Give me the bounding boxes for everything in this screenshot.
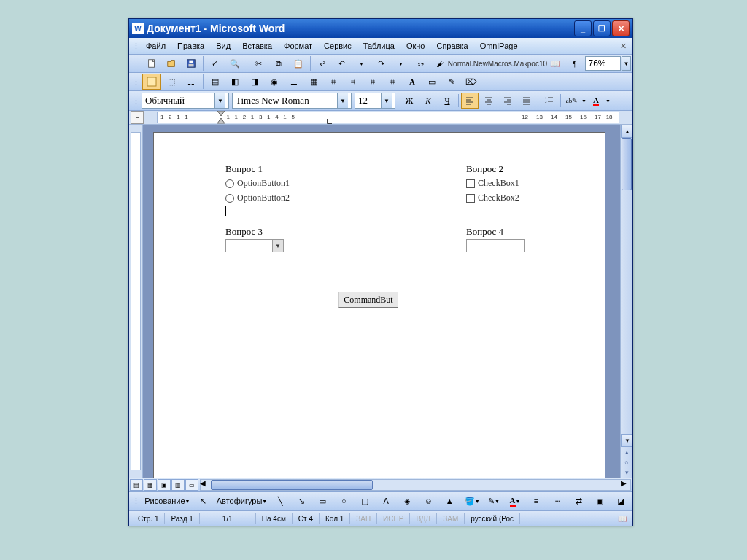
scroll-up-arrow[interactable]: ▲ bbox=[621, 125, 632, 138]
tab-selector[interactable]: ⌐ bbox=[131, 111, 144, 124]
redo-dropdown[interactable]: ▼ bbox=[391, 55, 410, 71]
hscroll-thumb[interactable] bbox=[211, 480, 373, 490]
maximize-button[interactable]: ❐ bbox=[593, 20, 611, 36]
next-page-nav[interactable]: ▾ bbox=[621, 467, 632, 478]
tb-icon-2[interactable]: ⬚ bbox=[162, 74, 181, 90]
size-dropdown-arrow[interactable]: ▼ bbox=[381, 93, 392, 108]
status-rec[interactable]: ЗАП bbox=[350, 513, 377, 524]
document-viewport[interactable]: Вопрос 1 Вопрос 2 OptionButton1 OptionBu… bbox=[143, 125, 620, 478]
tb-icon-10[interactable]: ⌗ bbox=[324, 74, 343, 90]
option-button-1[interactable]: OptionButton1 bbox=[225, 178, 290, 189]
clipart-icon[interactable]: ☺ bbox=[418, 493, 438, 509]
vertical-ruler[interactable] bbox=[129, 125, 143, 478]
autoshapes-button[interactable]: Автофигуры ▼ bbox=[214, 493, 270, 509]
font-color-draw-icon[interactable]: A▼ bbox=[505, 493, 525, 509]
read-mode-icon[interactable]: 📖 bbox=[546, 55, 565, 71]
undo-icon[interactable]: ↶ bbox=[332, 55, 351, 71]
select-browse-object[interactable]: ○ bbox=[621, 457, 632, 467]
arrow-icon[interactable]: ↘ bbox=[291, 493, 311, 509]
font-color-button[interactable]: A bbox=[587, 93, 605, 109]
tb-icon-17[interactable]: ⌦ bbox=[462, 74, 481, 90]
style-combo[interactable]: Обычный ▼ bbox=[142, 93, 229, 109]
status-ovr[interactable]: ЗАМ bbox=[437, 513, 465, 524]
open-icon[interactable] bbox=[162, 55, 181, 71]
undo-dropdown[interactable]: ▼ bbox=[352, 55, 371, 71]
textbox-control[interactable] bbox=[466, 239, 525, 252]
tb-icon-7[interactable]: ◉ bbox=[265, 74, 284, 90]
menu-edit[interactable]: Правка bbox=[171, 40, 210, 52]
superscript-icon[interactable]: x² bbox=[312, 55, 331, 71]
tb-icon-6[interactable]: ◨ bbox=[245, 74, 264, 90]
underline-button[interactable]: Ч bbox=[438, 93, 456, 109]
prev-page-nav[interactable]: ▴ bbox=[621, 447, 632, 457]
menu-file[interactable]: Файл bbox=[140, 40, 171, 52]
scroll-track[interactable] bbox=[621, 138, 632, 434]
checkbox-1[interactable]: CheckBox1 bbox=[466, 178, 519, 189]
scroll-down-arrow[interactable]: ▼ bbox=[621, 434, 632, 447]
insert-picture-icon[interactable]: ▲ bbox=[439, 493, 460, 509]
menu-window[interactable]: Окно bbox=[400, 40, 431, 52]
rectangle-icon[interactable]: ▭ bbox=[312, 493, 333, 509]
draw-menu-button[interactable]: Рисование ▼ bbox=[142, 493, 193, 509]
menu-insert[interactable]: Вставка bbox=[236, 40, 278, 52]
align-center-button[interactable] bbox=[480, 93, 498, 109]
tb-icon-11[interactable]: ⌗ bbox=[344, 74, 363, 90]
tb-icon-3[interactable]: ☷ bbox=[182, 74, 201, 90]
numbered-list-button[interactable]: 12 bbox=[541, 93, 558, 109]
first-line-indent-marker[interactable] bbox=[217, 111, 225, 117]
tb-icon-4[interactable]: ▤ bbox=[206, 74, 225, 90]
wordart-icon[interactable]: A bbox=[376, 493, 396, 509]
tb-icon-9[interactable]: ▦ bbox=[304, 74, 323, 90]
status-language[interactable]: русский (Рос bbox=[465, 513, 520, 524]
scroll-left-arrow[interactable]: ◀ bbox=[200, 479, 210, 489]
diagram-icon[interactable]: ◈ bbox=[397, 493, 417, 509]
reading-view-icon[interactable]: ▭ bbox=[185, 479, 198, 491]
ruler-strip[interactable]: 1 · 2 · 1 · 1 · · 1 · 1 · 2 · 1 · 3 · 1 … bbox=[157, 112, 619, 123]
arrow-style-icon[interactable]: ⇄ bbox=[568, 493, 589, 509]
hanging-indent-marker[interactable] bbox=[217, 118, 225, 124]
status-ext[interactable]: ВДЛ bbox=[410, 513, 437, 524]
tb-icon-13[interactable]: ⌗ bbox=[383, 74, 402, 90]
redo-icon[interactable]: ↷ bbox=[371, 55, 390, 71]
bold-button[interactable]: Ж bbox=[400, 93, 418, 109]
close-button[interactable]: ✕ bbox=[612, 20, 630, 36]
combobox-control[interactable]: ▼ bbox=[225, 239, 284, 252]
dash-style-icon[interactable]: ┄ bbox=[547, 493, 568, 509]
spelling-icon[interactable]: ✓ bbox=[206, 55, 225, 71]
horizontal-ruler[interactable]: ⌐ 1 · 2 · 1 · 1 · · 1 · 1 · 2 · 1 · 3 · … bbox=[129, 111, 632, 125]
menu-table[interactable]: Таблица bbox=[357, 40, 400, 52]
scroll-right-arrow[interactable]: ▶ bbox=[621, 479, 631, 489]
align-right-button[interactable] bbox=[499, 93, 516, 109]
document-page[interactable]: Вопрос 1 Вопрос 2 OptionButton1 OptionBu… bbox=[153, 132, 605, 478]
outline-view-icon[interactable]: ▥ bbox=[171, 479, 185, 491]
status-trk[interactable]: ИСПР bbox=[377, 513, 410, 524]
macro-name-display[interactable]: Normal.NewMacros.Макрос10 bbox=[454, 55, 541, 71]
minimize-button[interactable]: _ bbox=[574, 20, 592, 36]
save-icon[interactable] bbox=[182, 55, 201, 71]
font-dropdown-arrow[interactable]: ▼ bbox=[337, 93, 348, 108]
highlight-button[interactable]: ab✎ bbox=[563, 93, 581, 109]
subscript-icon[interactable]: x₂ bbox=[411, 55, 430, 71]
tb-icon-5[interactable]: ◧ bbox=[225, 74, 244, 90]
cut-icon[interactable]: ✂ bbox=[249, 55, 268, 71]
print-layout-view-icon[interactable]: ▣ bbox=[158, 479, 171, 491]
3d-style-icon[interactable]: ◪ bbox=[611, 493, 631, 509]
align-justify-button[interactable] bbox=[518, 93, 535, 109]
italic-button[interactable]: К bbox=[419, 93, 437, 109]
document-close-icon[interactable]: ✕ bbox=[620, 42, 631, 51]
horizontal-scrollbar[interactable]: ◀ ▶ bbox=[200, 479, 631, 491]
font-combo[interactable]: Times New Roman ▼ bbox=[232, 93, 352, 109]
tb-icon-16[interactable]: ✎ bbox=[442, 74, 461, 90]
menu-view[interactable]: Вид bbox=[210, 40, 236, 52]
size-combo[interactable]: 12 ▼ bbox=[355, 93, 395, 109]
normal-view-icon[interactable]: ▤ bbox=[130, 479, 143, 491]
select-objects-icon[interactable]: ↖ bbox=[193, 493, 214, 509]
chevron-down-icon[interactable]: ▼ bbox=[272, 240, 283, 252]
oval-icon[interactable]: ○ bbox=[333, 493, 354, 509]
tb-icon-12[interactable]: ⌗ bbox=[363, 74, 382, 90]
font-color-dropdown[interactable]: ▼ bbox=[605, 98, 611, 104]
style-dropdown-arrow[interactable]: ▼ bbox=[214, 93, 225, 108]
tab-stop-marker[interactable] bbox=[327, 118, 333, 124]
menu-help[interactable]: Справка bbox=[430, 40, 473, 52]
tb-icon-1[interactable] bbox=[142, 74, 161, 90]
